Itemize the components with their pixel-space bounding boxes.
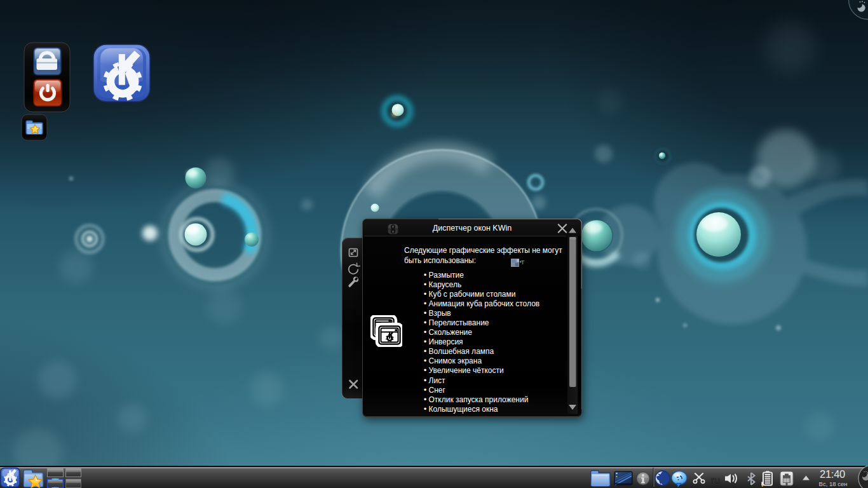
svg-text:ru: ru bbox=[710, 474, 720, 485]
svg-text:21:40: 21:40 bbox=[820, 468, 845, 480]
svg-text:Вс, 18 сен: Вс, 18 сен bbox=[819, 480, 848, 487]
